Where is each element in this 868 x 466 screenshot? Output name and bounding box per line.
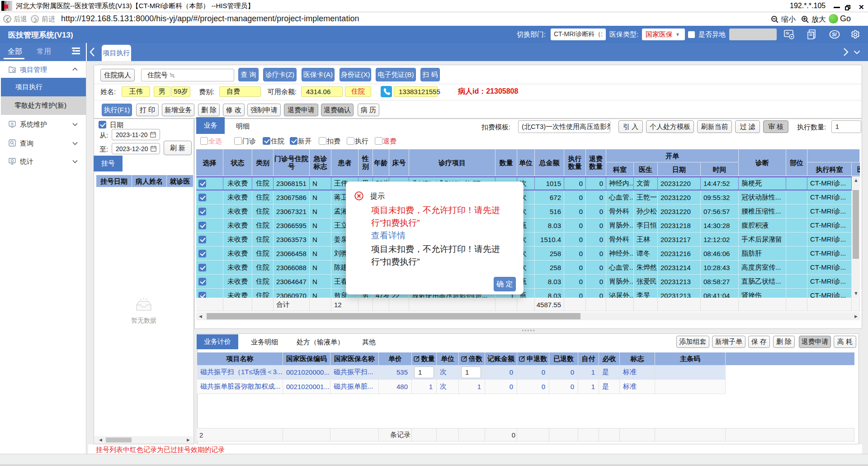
svg-text:SI: SI [786,31,789,35]
svg-text:SI: SI [832,32,837,37]
